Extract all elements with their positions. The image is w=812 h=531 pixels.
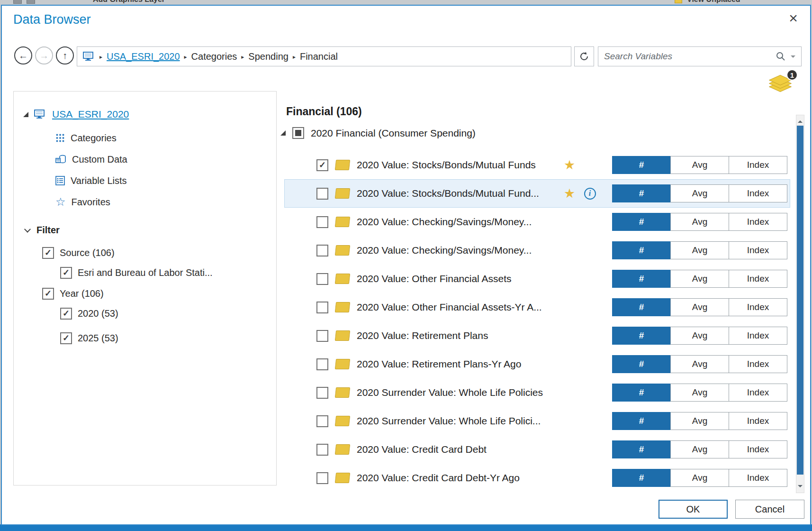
cancel-button[interactable]: Cancel (735, 500, 804, 519)
filter-year-2025[interactable]: 2025 (53) (60, 331, 118, 345)
number-toggle[interactable]: # (612, 213, 671, 231)
variable-row[interactable]: 2020 Value: Credit Card Debt # Avg Index (284, 435, 790, 464)
index-toggle[interactable]: Index (729, 298, 787, 316)
breadcrumb-segment[interactable]: Spending (248, 51, 289, 62)
scrollbar-thumb[interactable] (797, 126, 803, 475)
filter-source[interactable]: Source (106) (42, 246, 115, 259)
variable-row[interactable]: 2020 Value: Stocks/Bonds/Mutual Funds ★ … (284, 151, 790, 179)
avg-toggle[interactable]: Avg (670, 440, 729, 458)
avg-toggle[interactable]: Avg (670, 241, 729, 259)
forward-button[interactable]: → (35, 46, 53, 64)
variable-checkbox[interactable] (316, 188, 328, 200)
variable-row[interactable]: 2020 Value: Other Financial Assets-Yr A.… (284, 293, 790, 321)
variable-checkbox[interactable] (316, 387, 328, 399)
index-toggle[interactable]: Index (729, 469, 787, 487)
breadcrumb-segment[interactable]: Financial (300, 51, 338, 62)
source-checkbox[interactable] (42, 247, 54, 259)
number-toggle[interactable]: # (612, 184, 671, 202)
year-2025-checkbox[interactable] (60, 332, 72, 344)
variable-row[interactable]: 2020 Value: Credit Card Debt-Yr Ago # Av… (284, 464, 790, 492)
number-toggle[interactable]: # (612, 270, 671, 288)
variable-row[interactable]: 2020 Surrender Value: Whole Life Policie… (284, 378, 790, 407)
avg-toggle[interactable]: Avg (670, 469, 729, 487)
avg-toggle[interactable]: Avg (670, 355, 729, 373)
filter-source-child[interactable]: Esri and Bureau of Labor Stati... (60, 266, 213, 279)
avg-toggle[interactable]: Avg (670, 270, 729, 288)
variable-group-row[interactable]: 2020 Financial (Consumer Spending) (280, 127, 476, 139)
collapse-expander-icon[interactable] (280, 130, 286, 136)
number-toggle[interactable]: # (612, 440, 671, 458)
index-toggle[interactable]: Index (729, 355, 787, 373)
collapse-expander-icon[interactable] (23, 112, 28, 117)
index-toggle[interactable]: Index (729, 440, 787, 458)
scroll-up-icon[interactable] (798, 118, 803, 123)
up-button[interactable]: ↑ (56, 46, 74, 64)
avg-toggle[interactable]: Avg (670, 327, 729, 345)
sidebar-item-custom-data[interactable]: Custom Data (55, 153, 127, 166)
number-toggle[interactable]: # (612, 355, 671, 373)
variable-checkbox[interactable] (316, 415, 328, 427)
number-toggle[interactable]: # (612, 298, 671, 316)
avg-toggle[interactable]: Avg (670, 298, 729, 316)
number-toggle[interactable]: # (612, 412, 671, 430)
avg-toggle[interactable]: Avg (670, 156, 729, 174)
variable-checkbox[interactable] (316, 245, 328, 256)
refresh-button[interactable] (574, 46, 594, 66)
index-toggle[interactable]: Index (729, 241, 787, 259)
number-toggle[interactable]: # (612, 384, 671, 402)
year-2020-checkbox[interactable] (60, 308, 72, 320)
variable-checkbox[interactable] (316, 358, 328, 370)
year-checkbox[interactable] (42, 288, 54, 300)
variable-checkbox[interactable] (316, 159, 328, 171)
number-toggle[interactable]: # (612, 327, 671, 345)
back-button[interactable]: ← (14, 46, 32, 64)
variable-row[interactable]: 2020 Surrender Value: Whole Life Polici.… (284, 407, 790, 435)
variable-row[interactable]: 2020 Value: Checking/Savings/Money... # … (284, 236, 790, 265)
avg-toggle[interactable]: Avg (670, 384, 729, 402)
group-checkbox[interactable] (292, 127, 304, 139)
sidebar-item-variable-lists[interactable]: Variable Lists (55, 174, 127, 187)
number-toggle[interactable]: # (612, 241, 671, 259)
number-toggle[interactable]: # (612, 156, 671, 174)
avg-toggle[interactable]: Avg (670, 184, 729, 202)
source-child-checkbox[interactable] (60, 267, 72, 279)
filter-year[interactable]: Year (106) (42, 287, 104, 300)
search-input[interactable] (604, 51, 771, 62)
variable-row[interactable]: 2020 Value: Other Financial Assets # Avg… (284, 265, 790, 293)
index-toggle[interactable]: Index (729, 384, 787, 402)
variable-checkbox[interactable] (316, 302, 328, 313)
filter-section-header[interactable]: Filter (25, 223, 60, 237)
favorite-star-icon[interactable]: ★ (559, 187, 579, 200)
search-options-chevron-icon[interactable] (791, 55, 795, 60)
avg-toggle[interactable]: Avg (670, 412, 729, 430)
index-toggle[interactable]: Index (729, 184, 787, 202)
variable-checkbox[interactable] (316, 216, 328, 228)
variable-row[interactable]: 2020 Value: Retirement Plans # Avg Index (284, 321, 790, 350)
tree-root[interactable]: USA_ESRI_2020 (23, 108, 129, 121)
index-toggle[interactable]: Index (729, 412, 787, 430)
number-toggle[interactable]: # (612, 469, 671, 487)
index-toggle[interactable]: Index (729, 327, 787, 345)
avg-toggle[interactable]: Avg (670, 213, 729, 231)
variable-checkbox[interactable] (316, 444, 328, 456)
index-toggle[interactable]: Index (729, 270, 787, 288)
variable-checkbox[interactable] (316, 472, 328, 484)
variable-checkbox[interactable] (316, 273, 328, 285)
breadcrumb-segment[interactable]: Categories (191, 51, 237, 62)
breadcrumb-root-link[interactable]: USA_ESRI_2020 (107, 51, 180, 62)
sidebar-item-favorites[interactable]: ☆ Favorites (55, 195, 110, 209)
variable-row[interactable]: 2020 Value: Checking/Savings/Money... # … (284, 208, 790, 236)
search-box[interactable] (598, 46, 802, 66)
index-toggle[interactable]: Index (729, 156, 787, 174)
favorite-star-icon[interactable]: ★ (559, 159, 579, 172)
info-icon[interactable]: i (584, 188, 596, 200)
index-toggle[interactable]: Index (729, 213, 787, 231)
close-icon[interactable]: × (789, 10, 798, 26)
selected-variables-indicator[interactable]: 1 (768, 69, 800, 96)
filter-year-2020[interactable]: 2020 (53) (60, 307, 118, 320)
variable-row[interactable]: 2020 Value: Stocks/Bonds/Mutual Fund... … (284, 179, 790, 208)
variable-row[interactable]: 2020 Value: Retirement Plans-Yr Ago # Av… (284, 350, 790, 378)
sidebar-item-categories[interactable]: Categories (55, 131, 117, 145)
scroll-down-icon[interactable] (798, 485, 803, 490)
scrollbar[interactable] (796, 115, 804, 493)
